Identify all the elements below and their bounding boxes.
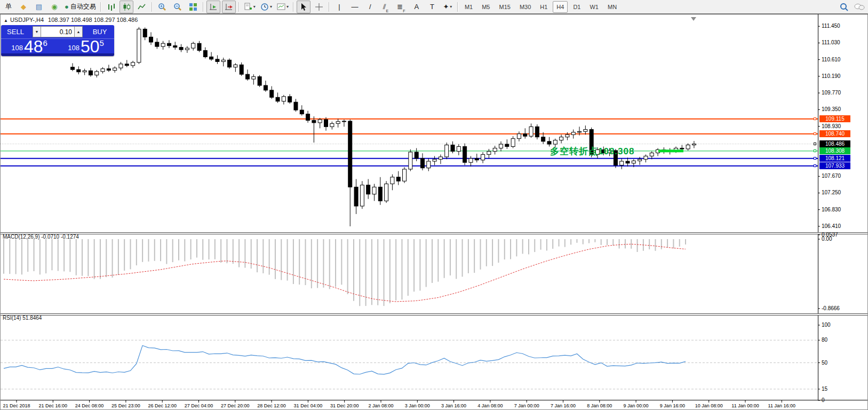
text-icon[interactable]: A [410, 1, 424, 13]
shapes-dropdown-arrow[interactable]: ▾ [450, 4, 452, 9]
pane-splitter-macd[interactable] [1, 232, 867, 234]
search-icon[interactable] [840, 3, 849, 12]
cursor-icon[interactable] [297, 1, 310, 13]
time-axis-label: 21 Dec 2018 [3, 403, 30, 408]
price-line-label-108.486: 108.486 [819, 140, 850, 147]
rsi-axis-tick: 0 [822, 397, 825, 403]
signals-icon[interactable]: ◉ [47, 1, 61, 13]
buy-button[interactable]: BUY [85, 28, 114, 36]
toolbar-separator [203, 2, 204, 12]
time-axis-label: 25 Dec 23:00 [112, 403, 140, 408]
price-line-label-107.933: 107.933 [819, 162, 850, 169]
templates-dropdown-arrow[interactable]: ▾ [286, 4, 289, 9]
fibonacci-icon[interactable]: ≣F [394, 1, 408, 13]
line-drag-handle[interactable] [814, 117, 816, 120]
time-axis-label: 24 Dec 08:00 [75, 403, 104, 408]
indicators-icon[interactable]: ▾ [242, 1, 257, 13]
chart-annotation-text: 多空转折点108.308 [550, 145, 634, 157]
volume-input[interactable] [41, 26, 74, 37]
time-axis-label: 26 Dec 12:00 [148, 403, 177, 408]
periods-dropdown-arrow[interactable]: ▾ [270, 4, 272, 9]
sell-price[interactable]: 108486 [1, 39, 58, 54]
candlestick-chart-icon[interactable] [120, 1, 133, 13]
toolbar-separator [100, 2, 101, 12]
sell-button[interactable]: SELL [1, 28, 30, 36]
chart-title: ▲USDJPY-,H4108.397 108.498 108.297 108.4… [4, 17, 138, 23]
chart-shift-icon[interactable] [222, 1, 236, 13]
indicators-dropdown-arrow[interactable]: ▾ [253, 4, 256, 9]
bar-chart-icon[interactable] [104, 1, 118, 13]
line-drag-handle[interactable] [814, 143, 816, 145]
price-axis-tick: 110.190 [822, 73, 840, 79]
chart-canvas [1, 14, 867, 409]
periods-icon[interactable]: ▾ [259, 1, 274, 13]
templates-icon[interactable]: ▾ [275, 1, 290, 13]
line-drag-handle[interactable] [814, 149, 816, 152]
price-axis-tick: 111.450 [822, 23, 840, 29]
toolbar-separator [238, 2, 240, 12]
macd-axis-bottom: -0.8666 [822, 305, 840, 311]
zoom-in-icon[interactable] [155, 1, 169, 13]
shapes-icon[interactable]: ✦▾ [441, 1, 455, 13]
price-axis-tick: 106.830 [822, 207, 841, 212]
trendline-icon[interactable]: / [363, 1, 377, 13]
time-axis-label: 3 Jan 16:00 [441, 403, 466, 408]
one-click-trading-panel: SELL ▼ ▲ BUY 108486 108505 [1, 25, 114, 56]
price-axis-tick: 109.770 [822, 90, 841, 96]
line-drag-handle[interactable] [814, 164, 816, 167]
volume-increase-button[interactable]: ▲ [74, 26, 83, 37]
crosshair-icon[interactable] [312, 1, 326, 13]
price-axis-tick: 109.350 [822, 106, 841, 112]
autotrading-button[interactable]: ●自动交易 [63, 1, 98, 13]
toolbar-separator [152, 2, 153, 12]
time-axis-label: 3 Jan 00:00 [405, 403, 430, 408]
chart-shift-marker-icon[interactable] [691, 17, 696, 21]
line-chart-icon[interactable] [135, 1, 149, 13]
collapse-icon[interactable]: ▲ [4, 18, 8, 23]
rsi-axis-tick: 80 [822, 337, 827, 343]
timeframe-m30-button[interactable]: M30 [516, 1, 535, 13]
line-drag-handle[interactable] [814, 157, 816, 160]
timeframe-mn-button[interactable]: MN [604, 1, 620, 13]
channel-icon[interactable]: ⫽E [379, 1, 393, 13]
timeframe-m5-button[interactable]: M5 [478, 1, 493, 13]
rsi-axis-tick: 15 [822, 386, 827, 392]
time-axis-label: 10 Jan 08:00 [695, 403, 723, 408]
time-axis-label: 7 Jan 00:00 [514, 403, 539, 408]
price-line-label-109.115: 109.115 [819, 115, 850, 122]
time-axis-label: 31 Dec 20:00 [330, 403, 359, 408]
time-axis-label: 9 Jan 16:00 [660, 403, 685, 408]
vertical-line-icon[interactable]: | [332, 1, 346, 13]
price-axis-tick: 108.930 [822, 123, 841, 129]
label-icon[interactable]: T [425, 1, 439, 13]
timeframe-h4-button[interactable]: H4 [553, 1, 568, 13]
rsi-axis-tick: 50 [822, 360, 827, 366]
time-axis-label: 7 Jan 16:00 [551, 403, 576, 408]
toolbar-separator [457, 2, 458, 12]
timeframe-d1-button[interactable]: D1 [569, 1, 584, 13]
market-watch-icon[interactable]: ◆ [17, 1, 30, 13]
timeframe-m15-button[interactable]: M15 [495, 1, 514, 13]
pane-splitter-rsi[interactable] [1, 313, 867, 316]
tile-windows-icon[interactable] [186, 1, 200, 13]
navigator-icon[interactable]: ▤ [32, 1, 46, 13]
line-drag-handle[interactable] [814, 132, 816, 135]
timeframe-w1-button[interactable]: W1 [586, 1, 602, 13]
time-axis-label: 21 Dec 16:00 [39, 403, 68, 408]
rsi-indicator-title: RSI(14) 51.8464 [3, 315, 42, 321]
timeframe-h1-button[interactable]: H1 [536, 1, 551, 13]
chat-icon[interactable] [854, 3, 865, 11]
volume-decrease-button[interactable]: ▼ [33, 26, 41, 37]
auto-scroll-icon[interactable] [206, 1, 220, 13]
horizontal-line-icon[interactable]: — [348, 1, 362, 13]
buy-price[interactable]: 108505 [58, 39, 114, 54]
price-line-label-108.308: 108.308 [819, 147, 850, 154]
rsi-line [4, 345, 686, 374]
new-order-button[interactable]: 单 [1, 1, 15, 13]
symbol-period-label: USDJPY-,H4 [10, 17, 44, 23]
time-axis-label: 28 Dec 12:00 [257, 403, 286, 408]
timeframe-m1-button[interactable]: M1 [461, 1, 476, 13]
ohlc-values: 108.397 108.498 108.297 108.486 [48, 17, 138, 23]
price-line-label-108.740: 108.740 [819, 130, 850, 137]
zoom-out-icon[interactable] [171, 1, 185, 13]
